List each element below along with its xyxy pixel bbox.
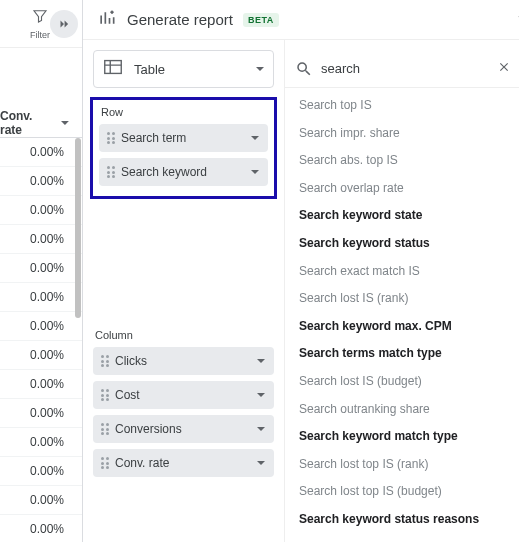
- drag-handle-icon: [101, 355, 109, 367]
- chip-label: Search keyword: [121, 165, 244, 179]
- search-result-item[interactable]: Search lost top IS (budget): [285, 478, 519, 506]
- search-result-item[interactable]: Search keyword state: [285, 202, 519, 230]
- data-rows: 0.00%0.00%0.00%0.00%0.00%0.00%0.00%0.00%…: [0, 138, 82, 542]
- table-row: 0.00%: [0, 457, 82, 486]
- drag-handle-icon: [101, 423, 109, 435]
- chevron-down-icon: [256, 356, 266, 366]
- chevron-down-icon: [250, 167, 260, 177]
- table-row: 0.00%: [0, 428, 82, 457]
- svg-rect-1: [105, 61, 122, 74]
- search-result-item[interactable]: Search lost IS (budget): [285, 368, 519, 396]
- column-header-conv-rate[interactable]: Conv. rate: [0, 108, 82, 138]
- table-icon: [102, 56, 124, 82]
- svg-point-0: [111, 10, 114, 12]
- column-section: Column ClicksCostConversionsConv. rate: [93, 329, 274, 487]
- field-chip[interactable]: Cost: [93, 381, 274, 409]
- search-result-item[interactable]: Search keyword status reasons: [285, 506, 519, 534]
- drag-handle-icon: [101, 389, 109, 401]
- field-chip[interactable]: Clicks: [93, 347, 274, 375]
- row-section-label: Row: [99, 106, 268, 118]
- table-row: 0.00%: [0, 312, 82, 341]
- chevron-down-icon: [60, 118, 70, 128]
- table-row: 0.00%: [0, 341, 82, 370]
- report-icon: [97, 8, 117, 32]
- search-result-item[interactable]: Search terms match type: [285, 340, 519, 368]
- chip-label: Conv. rate: [115, 456, 250, 470]
- table-row: 0.00%: [0, 399, 82, 428]
- filter-icon: [31, 7, 49, 29]
- filter-label: Filter: [30, 30, 50, 40]
- column-chips: ClicksCostConversionsConv. rate: [93, 347, 274, 477]
- collapse-panel-button[interactable]: [513, 9, 519, 31]
- search-icon: [295, 60, 313, 78]
- panel-title: Generate report: [127, 11, 233, 28]
- field-chip[interactable]: Search term: [99, 124, 268, 152]
- search-result-item[interactable]: Search overlap rate: [285, 175, 519, 203]
- table-row: 0.00%: [0, 283, 82, 312]
- search-result-item[interactable]: Network (with search partners): [285, 534, 519, 543]
- search-results: Search top ISSearch impr. shareSearch ab…: [285, 88, 519, 542]
- clear-search-button[interactable]: [497, 60, 511, 78]
- drag-handle-icon: [107, 166, 115, 178]
- panel-header: Generate report BETA: [83, 0, 519, 40]
- search-result-item[interactable]: Search outranking share: [285, 396, 519, 424]
- table-row: 0.00%: [0, 138, 82, 167]
- table-row: 0.00%: [0, 370, 82, 399]
- column-header-label: Conv. rate: [0, 109, 57, 137]
- table-row: 0.00%: [0, 196, 82, 225]
- field-chip[interactable]: Conversions: [93, 415, 274, 443]
- row-chips: Search termSearch keyword: [99, 124, 268, 186]
- search-result-item[interactable]: Search exact match IS: [285, 258, 519, 286]
- drag-handle-icon: [107, 132, 115, 144]
- field-chip[interactable]: Conv. rate: [93, 449, 274, 477]
- table-row: 0.00%: [0, 486, 82, 515]
- table-row: 0.00%: [0, 515, 82, 542]
- row-section: Row Search termSearch keyword: [90, 97, 277, 199]
- search-result-item[interactable]: Search keyword max. CPM: [285, 313, 519, 341]
- search-result-item[interactable]: Search lost IS (rank): [285, 285, 519, 313]
- chevron-down-icon: [513, 9, 519, 27]
- search-result-item[interactable]: Search keyword status: [285, 230, 519, 258]
- report-builder-panel: Generate report BETA Table Row Search te…: [82, 0, 519, 542]
- view-type-label: Table: [134, 62, 245, 77]
- chip-label: Conversions: [115, 422, 250, 436]
- chevron-down-icon: [255, 64, 265, 74]
- builder-column: Table Row Search termSearch keyword Colu…: [83, 40, 285, 542]
- scrollbar-thumb[interactable]: [75, 138, 81, 318]
- expand-panel-button[interactable]: [50, 10, 78, 38]
- chevron-down-icon: [256, 424, 266, 434]
- search-result-item[interactable]: Search top IS: [285, 92, 519, 120]
- table-row: 0.00%: [0, 254, 82, 283]
- filter-toolbar: Filter: [0, 0, 82, 48]
- beta-badge: BETA: [243, 13, 279, 27]
- chip-label: Cost: [115, 388, 250, 402]
- chevron-down-icon: [256, 390, 266, 400]
- table-row: 0.00%: [0, 167, 82, 196]
- close-icon: [497, 60, 511, 74]
- table-row: 0.00%: [0, 225, 82, 254]
- search-input[interactable]: [321, 61, 489, 76]
- chevron-right-double-icon: [57, 17, 71, 31]
- filter-button[interactable]: Filter: [30, 7, 50, 40]
- field-chip[interactable]: Search keyword: [99, 158, 268, 186]
- view-type-select[interactable]: Table: [93, 50, 274, 88]
- chip-label: Clicks: [115, 354, 250, 368]
- chevron-down-icon: [256, 458, 266, 468]
- search-result-item[interactable]: Search impr. share: [285, 120, 519, 148]
- search-bar: [285, 50, 519, 88]
- search-result-item[interactable]: Search keyword match type: [285, 423, 519, 451]
- drag-handle-icon: [101, 457, 109, 469]
- chip-label: Search term: [121, 131, 244, 145]
- metric-search-panel: Search top ISSearch impr. shareSearch ab…: [285, 40, 519, 542]
- left-data-panel: Filter Conv. rate 0.00%0.00%0.00%0.00%0.…: [0, 0, 82, 542]
- column-section-label: Column: [93, 329, 274, 341]
- chevron-down-icon: [250, 133, 260, 143]
- search-result-item[interactable]: Search abs. top IS: [285, 147, 519, 175]
- search-result-item[interactable]: Search lost top IS (rank): [285, 451, 519, 479]
